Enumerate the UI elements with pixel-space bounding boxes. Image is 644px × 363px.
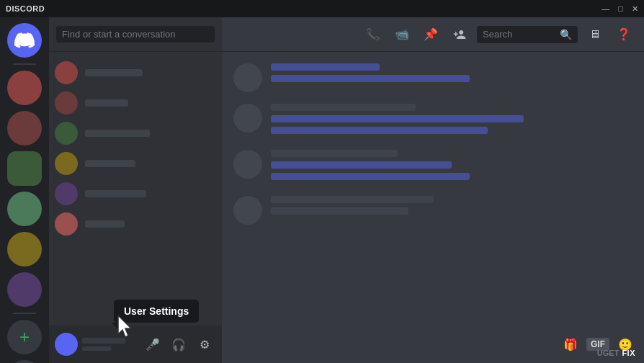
msg-line	[271, 207, 408, 215]
dm-item-3[interactable]	[49, 118, 222, 148]
mute-button[interactable]: 🎤	[141, 333, 164, 356]
search-placeholder: Search	[483, 29, 557, 40]
dm-username-blur	[85, 130, 150, 137]
msg-line	[271, 104, 416, 111]
server-icon-2[interactable]	[7, 111, 42, 145]
gift-icon[interactable]: 🎁	[563, 338, 578, 351]
avatar	[233, 150, 262, 179]
minimize-button[interactable]: —	[601, 4, 609, 14]
avatar	[55, 61, 78, 84]
discover-server-button[interactable]: ◉	[7, 360, 42, 363]
video-button[interactable]: 📹	[390, 23, 413, 46]
msg-line	[271, 161, 452, 169]
dm-item-4[interactable]	[49, 148, 222, 179]
dm-username-blur	[85, 99, 128, 107]
deafen-button[interactable]: 🎧	[167, 333, 190, 356]
maximize-button[interactable]: □	[618, 4, 623, 14]
user-settings-button[interactable]: ⚙	[193, 333, 216, 356]
avatar	[55, 212, 78, 236]
server-icon-5[interactable]	[7, 232, 42, 266]
inbox-button[interactable]: 🖥	[583, 23, 607, 46]
msg-line	[271, 115, 524, 122]
dm-username-blur	[85, 190, 146, 197]
msg-line	[271, 196, 434, 203]
server-icon-4[interactable]	[7, 192, 42, 226]
user-avatar	[55, 333, 78, 356]
chat-input-bar: 🎁 GIF 🙂	[222, 326, 644, 363]
avatar	[233, 104, 262, 133]
server-sidebar: + ◉	[0, 17, 49, 363]
username-blur	[82, 338, 125, 344]
add-server-button[interactable]: +	[7, 320, 42, 354]
find-conversation-input[interactable]	[56, 26, 215, 42]
user-status-blur	[82, 346, 111, 351]
message-4	[233, 196, 632, 225]
avatar	[233, 196, 262, 225]
dm-list	[49, 52, 222, 326]
discord-home-button[interactable]	[7, 23, 42, 58]
dm-username-blur	[85, 160, 135, 167]
app-title: DISCORD	[6, 4, 45, 13]
message-2	[233, 104, 632, 138]
msg-line	[271, 127, 488, 134]
add-friend-button[interactable]	[448, 23, 471, 46]
msg-content	[271, 104, 632, 138]
dm-username-blur	[85, 69, 143, 76]
topbar: 📞 📹 📌 Search 🔍 🖥 ❓	[222, 17, 644, 52]
msg-line	[271, 150, 398, 157]
titlebar: DISCORD — □ ✕	[0, 0, 644, 17]
pin-button[interactable]: 📌	[419, 23, 442, 46]
dm-item-5[interactable]	[49, 179, 222, 209]
chat-area	[222, 52, 644, 326]
server-icon-1[interactable]	[7, 71, 42, 105]
window-controls[interactable]: — □ ✕	[601, 4, 638, 14]
dm-item-1[interactable]	[49, 58, 222, 88]
search-bar[interactable]: Search 🔍	[477, 26, 578, 43]
avatar	[55, 91, 78, 115]
close-button[interactable]: ✕	[632, 4, 638, 14]
user-info	[82, 338, 137, 351]
msg-line	[271, 75, 470, 82]
tooltip-arrow	[112, 323, 123, 328]
avatar	[233, 63, 262, 92]
server-icon-6[interactable]	[7, 272, 42, 307]
watermark: UGET FIX	[597, 349, 635, 357]
avatar	[55, 122, 78, 145]
dm-item-6[interactable]	[49, 209, 222, 239]
call-button[interactable]: 📞	[362, 23, 385, 46]
msg-content	[271, 63, 632, 86]
main-content: 📞 📹 📌 Search 🔍 🖥 ❓	[222, 17, 644, 363]
search-icon: 🔍	[560, 29, 572, 40]
avatar	[55, 182, 78, 205]
user-area: 🎤 🎧 ⚙ User Settings	[49, 326, 222, 363]
msg-line	[271, 63, 380, 71]
discord-logo-icon	[14, 30, 35, 50]
message-1	[233, 63, 632, 92]
watermark-brand: FIX	[622, 349, 635, 357]
msg-content	[271, 150, 632, 184]
dm-search-bar[interactable]	[49, 17, 222, 52]
server-divider	[13, 63, 36, 65]
dm-sidebar: 🎤 🎧 ⚙ User Settings	[49, 17, 222, 363]
server-divider-2	[13, 313, 36, 314]
msg-content	[271, 196, 632, 219]
dm-username-blur	[85, 220, 125, 228]
server-icon-3[interactable]	[7, 151, 42, 186]
message-3	[233, 150, 632, 184]
app-layout: + ◉	[0, 17, 644, 363]
dm-item-2[interactable]	[49, 88, 222, 118]
avatar	[55, 152, 78, 175]
user-controls: 🎤 🎧 ⚙	[141, 333, 216, 356]
help-button[interactable]: ❓	[612, 23, 635, 46]
watermark-prefix: UGET	[597, 349, 620, 357]
msg-line	[271, 173, 470, 180]
